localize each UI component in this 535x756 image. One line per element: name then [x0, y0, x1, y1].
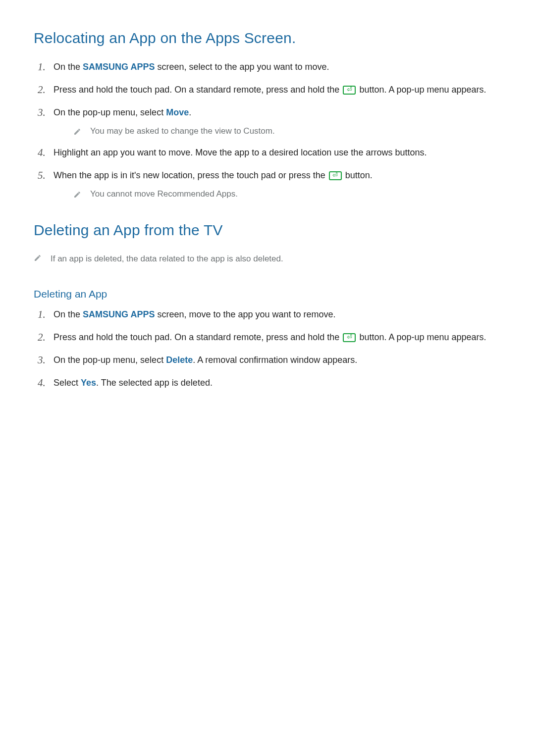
enter-button-icon [343, 333, 356, 342]
step-item: 4.Select Yes. The selected app is delete… [34, 376, 501, 390]
step-number: 1. [38, 306, 46, 323]
pencil-icon [73, 189, 81, 197]
highlight-term: Yes [81, 378, 96, 388]
step-number: 3. [38, 104, 46, 121]
step-item: 2.Press and hold the touch pad. On a sta… [34, 83, 501, 97]
step-text: Press and hold the touch pad. On a stand… [54, 332, 486, 342]
step-number: 4. [38, 145, 46, 161]
section-title: Relocating an App on the Apps Screen. [34, 30, 501, 47]
step-number: 3. [38, 352, 46, 368]
steps-list: 1.On the SAMSUNG APPS screen, select to … [34, 60, 501, 200]
step-number: 5. [38, 167, 46, 184]
note-text: If an app is deleted, the data related t… [51, 252, 283, 265]
step-text: On the SAMSUNG APPS screen, select to th… [54, 62, 329, 72]
pencil-icon [73, 126, 81, 134]
highlight-term: Move [166, 107, 189, 117]
step-item: 5.When the app is in it's new location, … [34, 169, 501, 200]
step-number: 2. [38, 82, 46, 98]
section-title: Deleting an App from the TV [34, 222, 501, 239]
sub-section-title: Deleting an App [34, 288, 501, 300]
page: Relocating an App on the Apps Screen. 1.… [0, 0, 535, 442]
highlight-term: SAMSUNG APPS [83, 62, 155, 72]
steps-list: 1.On the SAMSUNG APPS screen, move to th… [34, 308, 501, 390]
step-item: 1.On the SAMSUNG APPS screen, select to … [34, 60, 501, 74]
section-relocating: Relocating an App on the Apps Screen. 1.… [34, 30, 501, 200]
step-text: Highlight an app you want to move. Move … [54, 148, 427, 157]
step-text: On the pop-up menu, select Delete. A rem… [54, 355, 357, 365]
step-item: 3.On the pop-up menu, select Move.You ma… [34, 106, 501, 137]
step-text: On the pop-up menu, select Move. [54, 107, 191, 117]
section-deleting: Deleting an App from the TV If an app is… [34, 222, 501, 390]
highlight-term: Delete [166, 355, 193, 365]
step-item: 1.On the SAMSUNG APPS screen, move to th… [34, 308, 501, 322]
step-text: On the SAMSUNG APPS screen, move to the … [54, 309, 336, 319]
step-item: 2.Press and hold the touch pad. On a sta… [34, 331, 501, 345]
note-row: If an app is deleted, the data related t… [34, 252, 501, 265]
enter-button-icon [329, 171, 342, 180]
step-item: 4.Highlight an app you want to move. Mov… [34, 146, 501, 160]
highlight-term: SAMSUNG APPS [83, 309, 155, 319]
step-number: 1. [38, 59, 46, 75]
note-row: You cannot move Recommended Apps. [54, 188, 501, 201]
note-text: You may be asked to change the view to C… [90, 125, 275, 138]
step-text: When the app is in it's new location, pr… [54, 170, 373, 180]
pencil-icon [34, 254, 42, 262]
step-text: Select Yes. The selected app is deleted. [54, 378, 213, 388]
note-row: You may be asked to change the view to C… [54, 125, 501, 138]
step-number: 2. [38, 329, 46, 346]
enter-button-icon [343, 86, 356, 95]
step-item: 3.On the pop-up menu, select Delete. A r… [34, 353, 501, 367]
step-number: 4. [38, 375, 46, 391]
step-text: Press and hold the touch pad. On a stand… [54, 85, 486, 95]
note-text: You cannot move Recommended Apps. [90, 188, 238, 201]
